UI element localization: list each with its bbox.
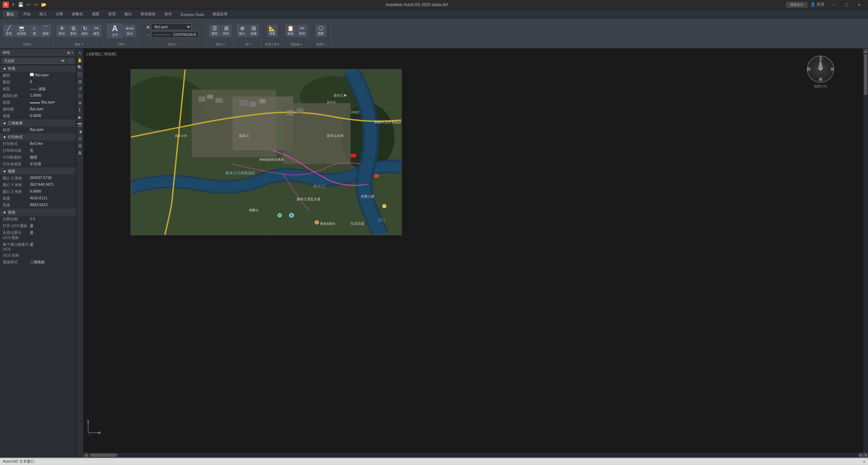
prop-ucs-icon: 打开 UCS 图标 是 bbox=[0, 223, 76, 229]
section-plane[interactable]: ⊡ bbox=[77, 136, 83, 142]
drawing-area[interactable]: ↖ ✋ 🔍 ⬛ ⊞ ↺ ⬡ ⊕ 🚶 ▶ 📷 ◑ ⊡ ⊕ A [-][俯视][二维… bbox=[76, 49, 868, 458]
move-button[interactable]: ✛移动 bbox=[56, 25, 67, 37]
redo-icon[interactable]: ↪ bbox=[33, 1, 39, 8]
section-general[interactable]: ▼常规 bbox=[0, 65, 76, 72]
layer-select[interactable]: ByLayer bbox=[151, 23, 192, 30]
text-button[interactable]: A文字 bbox=[107, 23, 123, 38]
tab-collab[interactable]: 协作 bbox=[160, 10, 176, 18]
user-icon[interactable]: 👤 登录 bbox=[810, 2, 825, 7]
ribbon-layers-content: ☰图层 ⊞特性 bbox=[209, 20, 232, 42]
scroll-right-button[interactable]: ► bbox=[859, 453, 863, 458]
open-icon[interactable]: 📂 bbox=[40, 1, 47, 8]
titlebar-icons: ≡ 💾 ↩ ↪ 📂 bbox=[11, 1, 47, 8]
scrollbar-right[interactable]: ▲ ▼ bbox=[863, 49, 868, 458]
svg-rect-14 bbox=[259, 99, 265, 103]
scroll-down-button[interactable]: ▼ bbox=[863, 453, 868, 458]
map-viewport[interactable]: 新丰江 东江 bbox=[131, 69, 402, 235]
create-block-button[interactable]: ⊞创建 bbox=[248, 25, 259, 37]
polyline-button[interactable]: ⬒多段线 bbox=[15, 25, 28, 37]
modify-group-label: 修改 ▾ bbox=[75, 42, 83, 47]
arc-button[interactable]: ⌒圆弧 bbox=[40, 25, 51, 37]
layer-props-button[interactable]: ⊞特性 bbox=[221, 25, 232, 37]
copy-button[interactable]: ⧉复制 bbox=[68, 25, 79, 37]
trim-button[interactable]: ✂修剪 bbox=[91, 25, 102, 37]
text-tool[interactable]: A bbox=[77, 150, 83, 156]
circle-button[interactable]: ○圆 bbox=[29, 25, 40, 37]
undo-icon[interactable]: ↩ bbox=[26, 1, 32, 8]
titlebar-right: 搜索命令 👤 登录 − □ × bbox=[786, 0, 865, 9]
menu-icon[interactable]: ≡ bbox=[11, 1, 16, 8]
ribbon-group-utilities: 📐测量 实用工具 ▾ bbox=[262, 19, 282, 47]
cmd-header-x[interactable]: × bbox=[863, 460, 865, 464]
tab-manage[interactable]: 管理 bbox=[104, 10, 120, 18]
tab-insert[interactable]: 插入 bbox=[35, 10, 51, 18]
close-button[interactable]: × bbox=[853, 0, 865, 9]
svg-text:新丰江▶: 新丰江▶ bbox=[334, 94, 347, 97]
tab-start[interactable]: 开始 bbox=[19, 10, 35, 18]
props-options-button[interactable]: ⋮ bbox=[67, 58, 74, 63]
section-print[interactable]: ▼打印样式 bbox=[0, 134, 76, 141]
tab-default[interactable]: 默认 bbox=[3, 10, 18, 18]
linetype-display[interactable]: CONTINUOUS bbox=[151, 31, 199, 38]
measure-button[interactable]: 📐测量 bbox=[267, 25, 278, 37]
ribbon-tabs: 默认 开始 插入 注释 参数化 视图 管理 输出 附加模块 协作 Express… bbox=[0, 9, 868, 18]
zoom-window[interactable]: ⬛ bbox=[77, 72, 83, 78]
ribbon-annotation-content: A文字 ⟺标注 bbox=[107, 20, 136, 42]
scroll-left-button[interactable]: ◄ bbox=[84, 453, 88, 458]
command-area: AutoCAD 文本窗口 × 命令: *取消* RIBBON 命令: *取消* … bbox=[0, 458, 868, 465]
zoom-button[interactable]: 🔍 bbox=[77, 64, 83, 70]
walk-button[interactable]: 🚶 bbox=[77, 107, 83, 113]
cut-button[interactable]: ✂剪切 bbox=[297, 25, 308, 37]
search-box[interactable]: 搜索命令 bbox=[786, 2, 808, 8]
minimize-button[interactable]: − bbox=[827, 0, 840, 9]
props-toggle-icon[interactable]: ⊞ bbox=[67, 51, 70, 55]
tab-addons[interactable]: 附加模块 bbox=[137, 10, 160, 18]
view3d-button[interactable]: ⬡视图 bbox=[315, 25, 326, 37]
dim-button[interactable]: ⟺标注 bbox=[124, 25, 136, 37]
prop-cz: 圆心 Z 坐标 0.0000 bbox=[0, 188, 76, 195]
section-3d[interactable]: ▼三维效果 bbox=[0, 120, 76, 127]
prop-width: 宽度 8933.9223 bbox=[0, 202, 76, 209]
svg-rect-12 bbox=[239, 100, 248, 106]
tab-view[interactable]: 视图 bbox=[88, 10, 103, 18]
camera-button[interactable]: 📷 bbox=[77, 121, 83, 127]
layer-manager-button[interactable]: ☰图层 bbox=[209, 25, 220, 37]
tab-express[interactable]: Express Tools bbox=[177, 11, 208, 18]
section-misc[interactable]: ▼其他 bbox=[0, 209, 76, 216]
prop-visual-style: 视觉样式 二维线框 bbox=[0, 259, 76, 266]
3d-orbit[interactable]: ⊕ bbox=[77, 100, 83, 106]
insert-block-button[interactable]: ⊕插入 bbox=[237, 25, 248, 37]
regen-button[interactable]: ↺ bbox=[77, 86, 83, 92]
save-icon[interactable]: 💾 bbox=[17, 1, 24, 8]
viewcube[interactable]: ⬡ bbox=[77, 93, 83, 99]
tab-featured[interactable]: 精选应用 bbox=[209, 10, 232, 18]
rotate-button[interactable]: ↻旋转 bbox=[79, 25, 90, 37]
scroll-up-button[interactable]: ▲ bbox=[863, 49, 868, 54]
ribbon-group-block: ⊕插入 ⊞创建 块 ▾ bbox=[235, 19, 261, 47]
tab-output[interactable]: 输出 bbox=[120, 10, 136, 18]
restore-button[interactable]: □ bbox=[840, 0, 852, 9]
paste-button[interactable]: 📋粘贴 bbox=[285, 25, 296, 37]
tab-annotate[interactable]: 注释 bbox=[52, 10, 67, 18]
layer-isolate[interactable]: ⊕ bbox=[77, 143, 83, 149]
props-close-icon[interactable]: × bbox=[71, 51, 73, 55]
compass-ring: 北 南 东 西 bbox=[807, 56, 834, 83]
scrollbar-thumb[interactable] bbox=[864, 54, 867, 95]
ribbon-utilities-content: 📐测量 bbox=[267, 20, 278, 42]
ribbon-view-content: ⬡视图 bbox=[315, 20, 326, 42]
showmotion[interactable]: ▶ bbox=[77, 114, 83, 120]
section-view[interactable]: ▼视图 bbox=[0, 168, 76, 175]
zoom-extents[interactable]: ⊞ bbox=[77, 79, 83, 85]
prop-material: 材质 ByLayer bbox=[0, 127, 76, 134]
prop-transparency: 透明度 ByLayer bbox=[0, 106, 76, 113]
pick-button[interactable]: ↖ bbox=[77, 50, 83, 56]
ribbon-draw-content: ╱直线 ⬒多段线 ○圆 ⌒圆弧 bbox=[3, 20, 51, 42]
scrollbar-bottom[interactable]: ◄ ► bbox=[84, 453, 863, 458]
tab-parametric[interactable]: 参数化 bbox=[68, 10, 87, 18]
render-button[interactable]: ◑ bbox=[77, 128, 83, 135]
scroll-hthumb[interactable] bbox=[90, 453, 117, 457]
selection-dropdown[interactable]: 无选择 bbox=[2, 58, 66, 64]
pan-button[interactable]: ✋ bbox=[77, 57, 83, 63]
svg-text:新丰江: 新丰江 bbox=[239, 134, 249, 138]
line-button[interactable]: ╱直线 bbox=[3, 25, 14, 37]
